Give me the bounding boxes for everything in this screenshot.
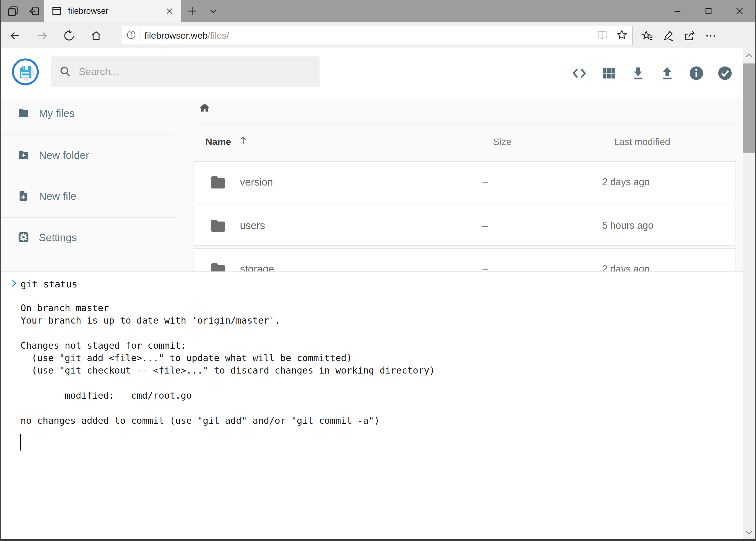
upload-button[interactable] bbox=[659, 65, 675, 81]
tab-close-icon[interactable] bbox=[165, 6, 174, 16]
column-header-modified[interactable]: Last modified bbox=[614, 136, 670, 147]
web-notes-button[interactable] bbox=[662, 30, 674, 42]
tab-strip: filebrowser bbox=[1, 0, 755, 22]
download-icon bbox=[630, 65, 646, 81]
back-icon bbox=[9, 30, 21, 42]
home-breadcrumb-icon bbox=[199, 102, 210, 114]
grid-view-icon bbox=[601, 65, 617, 81]
add-favorite-star-icon[interactable] bbox=[616, 29, 628, 42]
home-icon bbox=[90, 30, 102, 42]
forward-icon bbox=[36, 30, 48, 42]
sidebar-item-label: Settings bbox=[39, 232, 77, 244]
back-button[interactable] bbox=[9, 30, 21, 42]
address-separator bbox=[139, 29, 140, 42]
file-row-version[interactable]: version – 2 days ago bbox=[193, 161, 736, 202]
breadcrumb-home-button[interactable] bbox=[199, 102, 210, 114]
window-controls bbox=[662, 0, 755, 22]
file-modified: 5 hours ago bbox=[602, 220, 653, 231]
close-icon bbox=[734, 6, 745, 16]
listing-header: Name Size Last modified bbox=[193, 136, 735, 148]
share-icon bbox=[683, 30, 696, 42]
url-host: filebrowser.web bbox=[144, 30, 207, 41]
file-name: version bbox=[240, 176, 273, 188]
set-tabs-aside-icon bbox=[28, 5, 40, 17]
raw-code-button[interactable] bbox=[571, 65, 587, 81]
plus-icon bbox=[186, 5, 198, 17]
terminal-command: git status bbox=[21, 278, 78, 290]
tab-title: filebrowser bbox=[68, 6, 165, 16]
sidebar-item-label: New folder bbox=[39, 149, 89, 161]
url-path: /files/ bbox=[207, 30, 229, 41]
settings-more-button[interactable] bbox=[704, 30, 716, 42]
app-header bbox=[1, 48, 745, 99]
terminal-panel[interactable]: git status On branch master Your branch … bbox=[1, 271, 745, 539]
scroll-up-icon[interactable] bbox=[745, 52, 753, 59]
browser-toolbar: filebrowser.web /files/ bbox=[1, 22, 755, 48]
sort-ascending-icon[interactable] bbox=[238, 135, 249, 146]
set-tabs-aside-button[interactable] bbox=[26, 0, 42, 22]
new-tab-button[interactable] bbox=[185, 0, 200, 22]
maximize-button[interactable] bbox=[693, 0, 724, 22]
folder-icon bbox=[17, 107, 30, 120]
file-row-users[interactable]: users – 5 hours ago bbox=[193, 205, 736, 246]
tab-list-dropdown-button[interactable] bbox=[206, 0, 221, 22]
folder-icon bbox=[209, 173, 227, 192]
close-window-button[interactable] bbox=[724, 0, 755, 22]
download-button[interactable] bbox=[630, 65, 646, 81]
column-header-size[interactable]: Size bbox=[493, 136, 511, 147]
search-input[interactable] bbox=[79, 66, 312, 78]
terminal-cursor bbox=[20, 434, 21, 450]
forward-button[interactable] bbox=[36, 30, 48, 42]
file-size: – bbox=[482, 176, 488, 188]
more-dots-icon bbox=[704, 30, 717, 42]
file-modified: 2 days ago bbox=[602, 176, 650, 188]
page-scrollbar[interactable] bbox=[743, 48, 755, 539]
info-button[interactable] bbox=[688, 65, 704, 81]
minimize-icon bbox=[672, 6, 682, 16]
filebrowser-logo[interactable] bbox=[11, 58, 39, 86]
scrollbar-thumb[interactable] bbox=[743, 64, 755, 153]
search-box[interactable] bbox=[51, 56, 320, 87]
browser-window: filebrowser bbox=[0, 0, 756, 541]
scroll-down-icon[interactable] bbox=[745, 529, 753, 536]
column-header-name[interactable]: Name bbox=[205, 136, 231, 147]
share-button[interactable] bbox=[683, 30, 695, 42]
reading-view-icon[interactable] bbox=[597, 29, 608, 42]
refresh-button[interactable] bbox=[63, 30, 75, 42]
sidebar-divider bbox=[1, 217, 175, 218]
file-plus-icon bbox=[17, 190, 30, 203]
sidebar-item-new-folder[interactable]: New folder bbox=[1, 143, 175, 168]
settings-gear-icon bbox=[17, 231, 30, 245]
folder-icon bbox=[209, 217, 227, 235]
sidebar-item-new-file[interactable]: New file bbox=[1, 184, 175, 209]
maximize-icon bbox=[704, 6, 713, 16]
code-icon bbox=[571, 65, 587, 81]
refresh-icon bbox=[63, 30, 75, 42]
prompt-chevron-icon bbox=[10, 279, 18, 287]
sidebar-item-label: New file bbox=[39, 191, 76, 202]
info-icon bbox=[688, 65, 704, 81]
sidebar-item-my-files[interactable]: My files bbox=[1, 101, 175, 126]
sidebar-item-settings[interactable]: Settings bbox=[1, 225, 175, 250]
file-name: users bbox=[240, 220, 265, 232]
sidebar-item-label: My files bbox=[39, 108, 75, 119]
tab-preview-icon bbox=[7, 5, 19, 17]
pen-icon bbox=[662, 30, 675, 42]
tab-favicon-icon bbox=[51, 6, 62, 16]
chevron-down-icon bbox=[208, 6, 219, 16]
home-button[interactable] bbox=[90, 30, 102, 42]
sidebar-divider bbox=[1, 135, 175, 135]
address-bar[interactable]: filebrowser.web /files/ bbox=[122, 26, 632, 45]
file-size: – bbox=[482, 220, 488, 232]
folder-plus-icon bbox=[17, 149, 30, 162]
check-circle-icon bbox=[717, 65, 733, 81]
favorites-hub-button[interactable] bbox=[641, 30, 653, 42]
minimize-button[interactable] bbox=[662, 0, 693, 22]
upload-icon bbox=[659, 65, 675, 81]
hub-star-icon bbox=[641, 30, 654, 42]
switch-view-button[interactable] bbox=[601, 65, 617, 81]
browser-tab-filebrowser[interactable]: filebrowser bbox=[44, 0, 181, 22]
site-info-icon[interactable] bbox=[126, 30, 136, 41]
select-multiple-button[interactable] bbox=[717, 65, 733, 81]
tab-preview-button[interactable] bbox=[5, 0, 21, 22]
